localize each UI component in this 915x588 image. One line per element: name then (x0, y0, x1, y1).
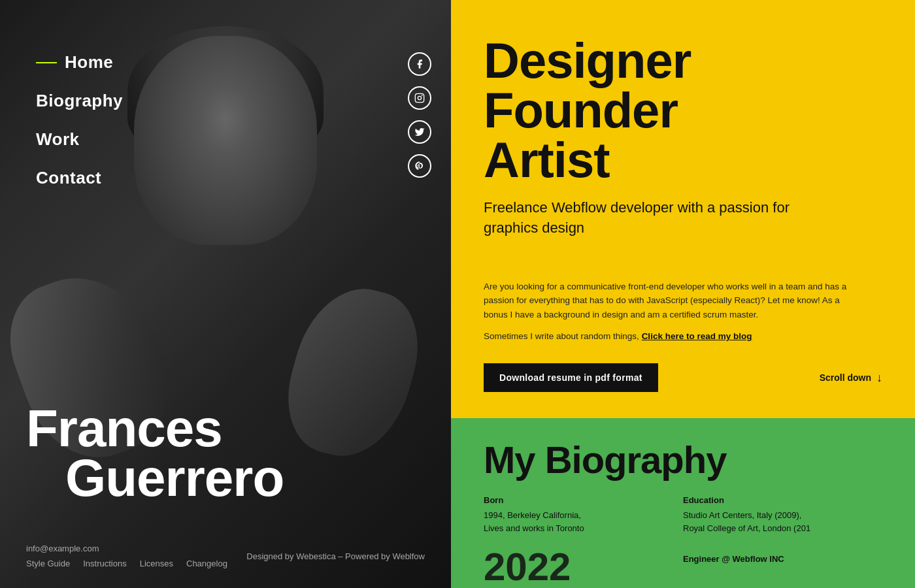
scroll-down-button[interactable]: Scroll down ↓ (820, 371, 882, 385)
nav-label-biography: Biography (36, 91, 123, 111)
footer-credit: Designed by Webestica – Powered by Weblf… (246, 551, 425, 561)
pinterest-icon[interactable] (408, 154, 431, 178)
first-name: Frances (26, 404, 284, 453)
last-name: Guerrero (65, 453, 284, 503)
person-name: Frances Guerrero (26, 404, 284, 503)
nav-item-biography[interactable]: Biography (36, 91, 123, 111)
nav-active-line (36, 62, 57, 63)
hero-title-founder: Founder (484, 86, 882, 135)
bio-year-row: 2022 Engineer @ Webflow INC (484, 547, 882, 587)
scroll-label: Scroll down (820, 372, 871, 383)
email-link[interactable]: info@example.com (26, 544, 227, 553)
footer-instructions[interactable]: Instructions (83, 559, 126, 568)
bio-grid: Born 1994, Berkeley California,Lives and… (484, 495, 882, 534)
hero-title-designer: Designer (484, 36, 882, 86)
bio-year: 2022 (484, 547, 683, 587)
footer-style-guide[interactable]: Style Guide (26, 559, 70, 568)
scroll-arrow-icon: ↓ (876, 371, 882, 385)
hero-titles: Designer Founder Artist (484, 36, 882, 185)
download-resume-button[interactable]: Download resume in pdf format (484, 363, 658, 392)
hero-actions: Download resume in pdf format Scroll dow… (484, 363, 882, 392)
nav-item-home[interactable]: Home (36, 52, 123, 73)
hero-subtitle: Freelance Webflow developer with a passi… (484, 198, 837, 238)
hero-title-artist: Artist (484, 135, 882, 185)
hero-content: Designer Founder Artist Freelance Webflo… (484, 36, 882, 238)
left-footer: info@example.com Style Guide Instruction… (26, 544, 425, 568)
hero-description: Are you looking for a communicative fron… (484, 280, 863, 322)
photo-head (134, 36, 317, 245)
nav-item-work[interactable]: Work (36, 129, 123, 150)
footer-left-col: info@example.com Style Guide Instruction… (26, 544, 227, 568)
footer-licenses[interactable]: Licenses (140, 559, 173, 568)
social-icons (408, 52, 431, 178)
bio-born-label: Born (484, 495, 670, 505)
nav-item-contact[interactable]: Contact (36, 168, 123, 188)
bio-education-label: Education (683, 495, 869, 505)
bio-role: Engineer @ Webflow INC (683, 547, 882, 587)
svg-point-1 (418, 96, 421, 99)
blog-link[interactable]: Click here to read my blog (642, 331, 752, 341)
footer-changelog[interactable]: Changelog (186, 559, 227, 568)
facebook-icon[interactable] (408, 52, 431, 76)
svg-rect-0 (415, 93, 424, 102)
bio-title: My Biography (484, 441, 882, 479)
bio-born-col: Born 1994, Berkeley California,Lives and… (484, 495, 683, 534)
nav-label-work: Work (36, 129, 80, 150)
twitter-icon[interactable] (408, 120, 431, 144)
bio-born-value: 1994, Berkeley California,Lives and work… (484, 509, 670, 534)
nav-label-contact: Contact (36, 168, 101, 188)
main-nav: Home Biography Work Contact (36, 52, 123, 206)
hero-lower: Are you looking for a communicative fron… (484, 268, 882, 392)
instagram-icon[interactable] (408, 86, 431, 110)
hero-blog-text: Sometimes I write about random things, C… (484, 329, 863, 344)
footer-links: Style Guide Instructions Licenses Change… (26, 559, 227, 568)
bio-education-col: Education Studio Art Centers, Italy (200… (683, 495, 882, 534)
right-panel: Designer Founder Artist Freelance Webflo… (451, 0, 915, 588)
left-panel: Home Biography Work Contact (0, 0, 451, 588)
bio-section: My Biography Born 1994, Berkeley Califor… (451, 418, 915, 588)
hero-section: Designer Founder Artist Freelance Webflo… (451, 0, 915, 418)
bio-education-value: Studio Art Centers, Italy (2009),Royal C… (683, 509, 869, 534)
svg-point-2 (422, 95, 422, 96)
nav-label-home: Home (65, 52, 113, 73)
